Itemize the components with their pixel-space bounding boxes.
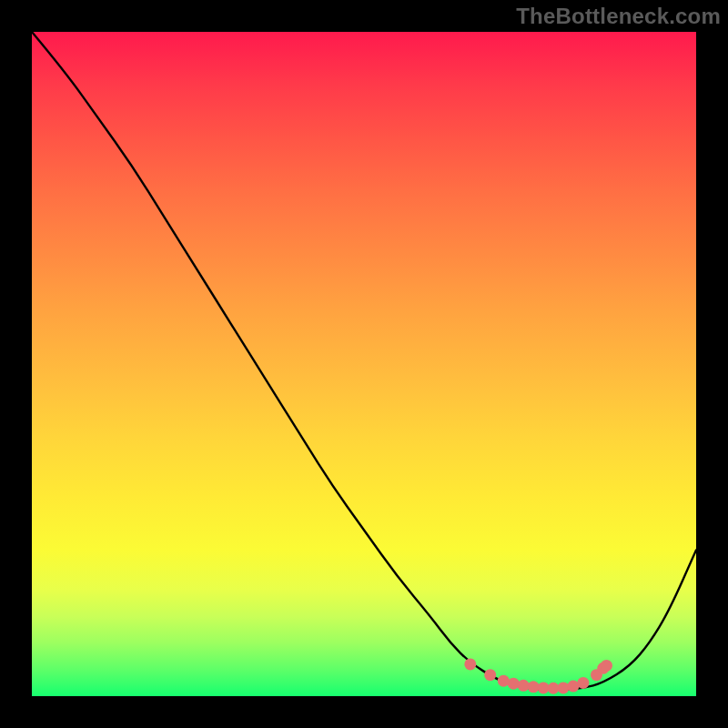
optimal-marker — [558, 682, 570, 693]
bottleneck-curve — [32, 32, 696, 690]
plot-area — [32, 32, 696, 696]
watermark-label: TheBottleneck.com — [516, 4, 721, 29]
optimal-marker — [518, 680, 530, 692]
optimal-marker — [601, 660, 612, 672]
optimal-marker — [577, 677, 589, 689]
optimal-marker — [508, 678, 520, 690]
optimal-marker — [498, 675, 510, 687]
optimal-marker — [464, 658, 476, 670]
optimal-marker — [484, 669, 496, 681]
chart-container: TheBottleneck.com — [0, 0, 728, 728]
optimal-marker-group — [464, 658, 612, 693]
curve-layer — [32, 32, 696, 696]
